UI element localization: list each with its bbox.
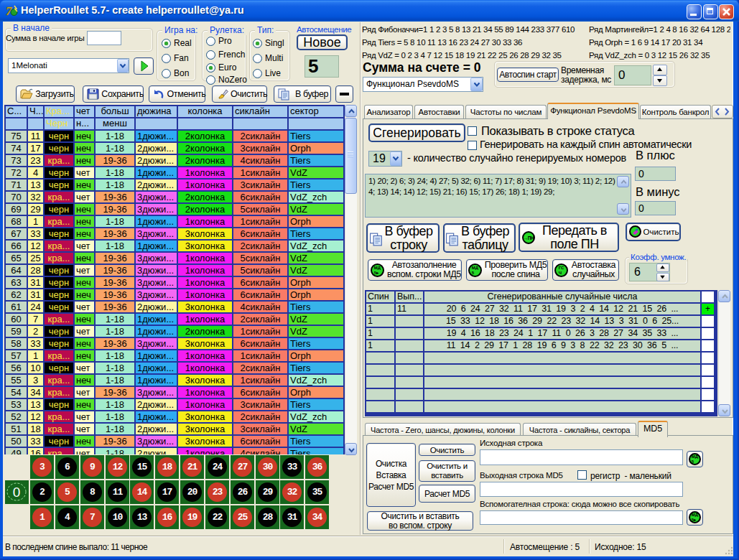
svg-text:0: 0 [13, 485, 21, 500]
